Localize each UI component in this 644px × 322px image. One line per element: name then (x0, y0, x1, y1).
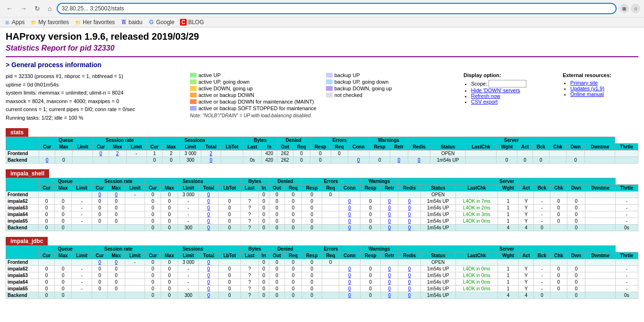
browser-toolbar: ← → ↻ ⌂ ⊞ ☆ (0, 0, 644, 17)
th-q-lim: Limit (72, 143, 93, 150)
page-content: HAProxy version 1.9.6, released 2019/03/… (0, 27, 644, 316)
legend-maint: active or backup DOWN for maintenance (M… (190, 99, 317, 104)
is-impala63-row: impala63 00- 00 00-00? 00 00 00 00 1m54s… (6, 204, 638, 211)
stats-section: stats Queue Session rate Sessions Bytes … (6, 128, 638, 164)
td-bc (532, 150, 549, 157)
legend-box-maint (190, 99, 197, 104)
stats-table-stats: Queue Session rate Sessions Bytes Denied… (6, 137, 638, 164)
th-q-cur: Cur (39, 143, 55, 150)
td-ck (550, 150, 567, 157)
page-title: HAProxy version 1.9.6, released 2019/03/… (6, 31, 638, 42)
extensions-button[interactable]: ⊞ (619, 4, 629, 13)
stats-backend-row: Backend 00 0030000s 420262 00 00 00 1m54… (6, 157, 638, 163)
td-st: 2 (201, 150, 221, 157)
browser-actions: ⊞ ☆ (619, 4, 640, 13)
online-manual-link[interactable]: Online manual (570, 91, 604, 97)
star-button[interactable]: ☆ (631, 4, 640, 13)
bookmark-apps[interactable]: ⊞ Apps (4, 19, 25, 26)
td-qc (39, 150, 55, 157)
bookmark-blog[interactable]: C BLOG (180, 19, 204, 26)
impala-jdbc-section-name: impala_jdbc (10, 238, 43, 244)
legend-box-aupgd (190, 79, 197, 84)
updates-link[interactable]: Updates (v1.9) (570, 86, 604, 91)
impala-shell-section-name: impala_shell (10, 170, 44, 177)
bookmark-blog-label: BLOG (188, 19, 204, 26)
td-st2: OPEN (430, 150, 466, 157)
td-dw: 0 (567, 157, 585, 163)
td-srm (109, 157, 126, 163)
th-s-max: Max (163, 143, 180, 150)
legend-label-adgu: active DOWN, going up (198, 86, 253, 91)
td-ql (72, 150, 93, 157)
process-line-6: Running tasks: 1/22; idle = 100 % (6, 114, 185, 122)
ij-backend-row: Backend 00 0030000? 00 00 00 00 1m54s UP… (6, 292, 638, 298)
csv-export-link[interactable]: CSV export (471, 99, 498, 104)
bookmark-herfav[interactable]: 📁 Her favorites (75, 19, 115, 26)
th-chk: Chk (550, 143, 567, 150)
page-subtitle: Statistics Report for pid 32330 (6, 44, 638, 52)
td-wrd: 0 (408, 157, 430, 163)
ij-impala64-row: impala64 00- 00 00-00? 00 00 00 00 1m54s… (6, 278, 638, 285)
td-er: 0 (331, 150, 348, 157)
process-info: pid = 32330 (process #1, nbproc = 1, nbt… (6, 72, 185, 122)
hide-down-servers-link[interactable]: Hide 'DOWN' servers (471, 87, 520, 93)
td-ec: 0 (348, 157, 369, 163)
td-slb (221, 150, 243, 157)
td-bo: 262 (277, 150, 293, 157)
primary-site-link[interactable]: Primary site (570, 80, 598, 86)
th-denied-is: Denied (269, 178, 301, 184)
legend-backup-up-going-down: backup UP, going down (326, 79, 392, 85)
scope-input[interactable] (489, 80, 526, 87)
th-lastchk: LastChk (466, 143, 497, 150)
td-srl: - (126, 150, 146, 157)
legend-box-bugd (326, 79, 333, 84)
display-option-list: Scope: Hide 'DOWN' servers Refresh now C… (471, 80, 558, 104)
home-button[interactable]: ⌂ (45, 4, 54, 13)
td-th (615, 150, 638, 157)
th-s-cur: Cur (146, 143, 163, 150)
bookmark-baidu[interactable]: 百 baidu (120, 19, 142, 26)
th-w-retr: Retr (390, 143, 408, 150)
td-qm: 0 (55, 157, 72, 163)
refresh-now-link[interactable]: Refresh now (471, 93, 500, 99)
bookmark-google[interactable]: G Google (148, 19, 174, 26)
bookmark-myfav[interactable]: 📁 My favorites (30, 19, 69, 26)
reload-button[interactable]: ↻ (32, 4, 43, 13)
td-bi: 420 (261, 150, 277, 157)
th-e-resp: Resp (369, 143, 390, 150)
bookmark-baidu-label: baidu (129, 19, 142, 26)
forward-button[interactable]: → (18, 4, 29, 13)
th-sr-is: Session rate (92, 178, 145, 184)
google-icon: G (148, 19, 155, 26)
th-sessions-stats: Sessions (146, 137, 243, 143)
td-ec (348, 150, 369, 157)
address-bar[interactable] (57, 3, 617, 14)
th-name-is (6, 178, 39, 191)
th-d-req: Req (293, 143, 310, 150)
stats-table-impala-jdbc: Queue Session rate Sessions Bytes Denied… (6, 245, 638, 299)
th-s-tot: Total (201, 143, 221, 150)
stats-frontend-row: Frontend 02- 123 0002 420262 00 0 OPEN (6, 150, 638, 157)
th-s-last: Last (243, 143, 261, 150)
process-line-5: current conns = 1; current pipes = 0/0; … (6, 105, 185, 114)
refresh-now-item: Refresh now (471, 93, 558, 99)
td-wr: 0 (390, 157, 408, 163)
td-bi: 420 (261, 157, 277, 163)
td-sl: 300 (180, 157, 201, 163)
impala-jdbc-section: impala_jdbc Queue Session rate Sessions … (6, 237, 638, 299)
td-dp: 0 (310, 150, 331, 157)
scope-item: Scope: (471, 80, 558, 87)
legend-label-nc: not checked (335, 92, 362, 98)
td-dp: 0 (310, 157, 331, 163)
legend-box-adgu (190, 86, 197, 91)
th-errors-stats: Errors (310, 137, 369, 143)
th-server-stats: Server (408, 137, 615, 143)
process-line-4: maxsock = 8024, maxconn = 4000; maxpipes… (6, 97, 185, 106)
legend-label-bugd: backup UP, going down (335, 79, 389, 85)
td-sc: 0 (146, 157, 163, 163)
th-sessions-is: Sessions (145, 178, 241, 184)
td-er (331, 157, 348, 163)
back-button[interactable]: ← (4, 4, 15, 13)
legend-label-aupgd: active UP, going down (198, 79, 249, 85)
section-general-header: > General process information (6, 61, 638, 69)
